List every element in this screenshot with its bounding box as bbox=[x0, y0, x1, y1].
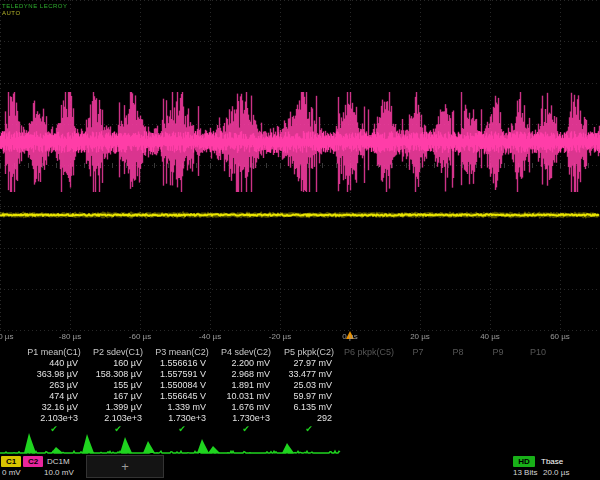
time-axis-label: -20 µs bbox=[269, 332, 291, 341]
meas-value: 1.891 mV bbox=[214, 380, 278, 391]
meas-value: 2.968 mV bbox=[214, 369, 278, 380]
time-axis-label: -60 µs bbox=[129, 332, 151, 341]
bottom-bar: C1 C2 DC1M 0 mV 10.0 mV + HD Tbase 13 Bi… bbox=[0, 454, 600, 480]
measurement-table: P1 mean(C1)P2 sdev(C1)P3 mean(C2)P4 sdev… bbox=[0, 346, 600, 435]
meas-header-10[interactable]: P10 bbox=[518, 346, 558, 358]
meas-value: 10.031 mV bbox=[214, 391, 278, 402]
meas-header-3[interactable]: P3 mean(C2) bbox=[150, 346, 214, 358]
meas-value: 167 µV bbox=[86, 391, 150, 402]
hd-bits-value: 13 Bits bbox=[513, 468, 537, 477]
meas-value: 27.97 mV bbox=[278, 358, 340, 369]
meas-header-8[interactable]: P8 bbox=[438, 346, 478, 358]
meas-value: 160 µV bbox=[86, 358, 150, 369]
meas-value: 1.730e+3 bbox=[214, 413, 278, 424]
meas-value: 1.550084 V bbox=[150, 380, 214, 391]
meas-value: 2.103e+3 bbox=[86, 413, 150, 424]
time-axis: -100 µs-80 µs-60 µs-40 µs-20 µs0 µs20 µs… bbox=[0, 331, 600, 344]
time-axis-label: -40 µs bbox=[199, 332, 221, 341]
meas-value: 59.97 mV bbox=[278, 391, 340, 402]
time-axis-label: -80 µs bbox=[59, 332, 81, 341]
meas-header-1[interactable]: P1 mean(C1) bbox=[22, 346, 86, 358]
meas-value: 1.556645 V bbox=[150, 391, 214, 402]
brand-watermark: TELEDYNE LECROY bbox=[2, 3, 68, 9]
timebase-label[interactable]: Tbase bbox=[541, 457, 563, 466]
c2-scale-value: 10.0 mV bbox=[44, 468, 74, 477]
meas-value: 6.135 mV bbox=[278, 402, 340, 413]
meas-status-ok-icon: ✔ bbox=[86, 424, 150, 435]
add-trace-button[interactable]: + bbox=[86, 455, 164, 478]
time-axis-label: -100 µs bbox=[0, 332, 13, 341]
meas-status-ok-icon: ✔ bbox=[150, 424, 214, 435]
meas-value: 263 µV bbox=[22, 380, 86, 391]
meas-value: 33.477 mV bbox=[278, 369, 340, 380]
meas-status-ok-icon: ✔ bbox=[214, 424, 278, 435]
hd-mode-chip[interactable]: HD bbox=[513, 456, 535, 467]
timebase-scale-value: 20.0 µs bbox=[543, 468, 569, 477]
meas-header-5[interactable]: P5 pkpk(C2) bbox=[278, 346, 340, 358]
meas-value: 25.03 mV bbox=[278, 380, 340, 391]
coupling-label: DC1M bbox=[47, 457, 70, 466]
time-axis-label: 0 µs bbox=[342, 332, 357, 341]
meas-status-ok-icon: ✔ bbox=[22, 424, 86, 435]
meas-value: 1.339 mV bbox=[150, 402, 214, 413]
meas-header-4[interactable]: P4 sdev(C2) bbox=[214, 346, 278, 358]
meas-value: 474 µV bbox=[22, 391, 86, 402]
meas-value: 2.200 mV bbox=[214, 358, 278, 369]
meas-value: 2.103e+3 bbox=[22, 413, 86, 424]
meas-value: 32.16 µV bbox=[22, 402, 86, 413]
meas-value: 158.308 µV bbox=[86, 369, 150, 380]
meas-header-2[interactable]: P2 sdev(C1) bbox=[86, 346, 150, 358]
meas-value: 363.98 µV bbox=[22, 369, 86, 380]
time-axis-label: 40 µs bbox=[480, 332, 500, 341]
meas-header-6[interactable]: P6 pkpk(C5) bbox=[340, 346, 398, 358]
oscilloscope-screen: TELEDYNE LECROY AUTO -100 µs-80 µs-60 µs… bbox=[0, 0, 600, 480]
meas-header-9[interactable]: P9 bbox=[478, 346, 518, 358]
meas-value: 1.676 mV bbox=[214, 402, 278, 413]
meas-value: 1.556616 V bbox=[150, 358, 214, 369]
meas-status-ok-icon: ✔ bbox=[278, 424, 340, 435]
meas-value: 1.730e+3 bbox=[150, 413, 214, 424]
trigger-mode-label: AUTO bbox=[2, 10, 21, 16]
meas-value: 1.557591 V bbox=[150, 369, 214, 380]
channel-c1-chip[interactable]: C1 bbox=[1, 456, 21, 467]
meas-header-7[interactable]: P7 bbox=[398, 346, 438, 358]
meas-value: 292 bbox=[278, 413, 340, 424]
time-axis-label: 60 µs bbox=[550, 332, 570, 341]
meas-value: 1.399 µV bbox=[86, 402, 150, 413]
time-axis-label: 20 µs bbox=[410, 332, 430, 341]
meas-value: 440 µV bbox=[22, 358, 86, 369]
channel-c2-chip[interactable]: C2 bbox=[23, 456, 43, 467]
c1-scale-value: 0 mV bbox=[2, 468, 21, 477]
meas-value: 155 µV bbox=[86, 380, 150, 391]
